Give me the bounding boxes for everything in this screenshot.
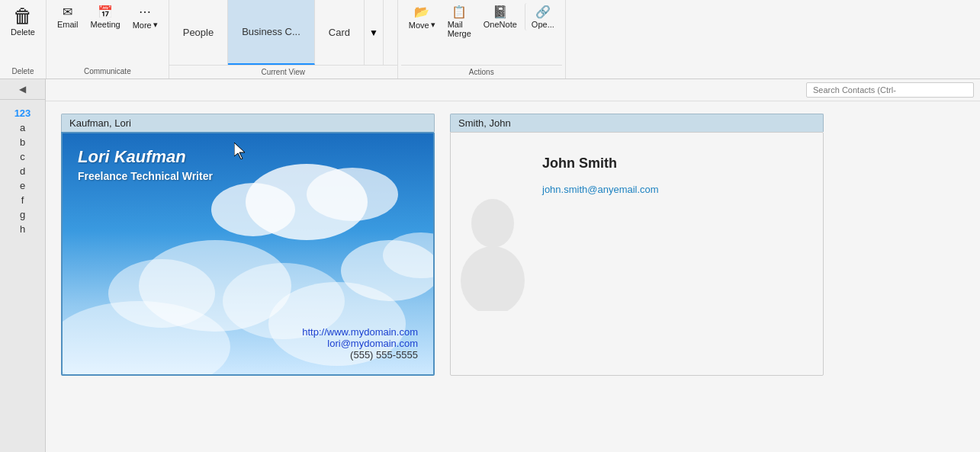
tab-card[interactable]: Card (315, 0, 365, 65)
move-icon: 📂 (414, 5, 429, 19)
communicate-group-label: Communicate (84, 64, 131, 75)
alpha-item-e[interactable]: e (0, 178, 45, 193)
mail-merge-icon: 📋 (451, 5, 467, 19)
move-button[interactable]: 📂 Move ▾ (404, 3, 440, 31)
alpha-item-g[interactable]: g (0, 207, 45, 222)
tab-business-card[interactable]: Business C... (228, 0, 315, 65)
lori-title: Freelance Technical Writer (78, 170, 418, 182)
john-name: John Smith (542, 155, 800, 172)
alpha-item-h[interactable]: h (0, 222, 45, 236)
open-button[interactable]: 🔗 Ope... (525, 3, 559, 30)
contact-card-smith[interactable]: Smith, John John Smith john.smith@anyema… (450, 114, 824, 440)
tab-people[interactable]: People (169, 0, 228, 65)
mail-merge-button[interactable]: 📋 Mail Merge (443, 3, 476, 40)
collapse-button[interactable]: ◀ (0, 79, 45, 100)
onenote-button[interactable]: 📓 OneNote (479, 3, 522, 30)
alpha-item-a[interactable]: a (0, 120, 45, 135)
content-area: Kaufman, Lori (46, 79, 980, 452)
move-dropdown-arrow: ▾ (431, 20, 435, 30)
alpha-item-d[interactable]: d (0, 164, 45, 178)
lori-contact-info: http://www.mydomain.com lori@mydomain.co… (78, 326, 418, 361)
sidebar-left: ◀ 123 a b c d e f g h (0, 79, 46, 452)
email-icon: ✉ (63, 5, 72, 19)
meeting-icon: 📅 (98, 5, 113, 19)
ribbon-actions-group: 📂 Move ▾ 📋 Mail Merge 📓 OneNote 🔗 Ope...… (398, 0, 566, 79)
meeting-button[interactable]: 📅 Meeting (86, 3, 125, 30)
alpha-index: 123 a b c d e f g h (0, 106, 45, 236)
smith-header: Smith, John (450, 114, 824, 132)
alpha-item-b[interactable]: b (0, 135, 45, 149)
view-tab-dropdown-button[interactable]: ▼ (365, 0, 384, 65)
lori-card-content: Lori Kaufman Freelance Technical Writer … (63, 133, 433, 374)
more-icon: ⋯ (139, 5, 151, 19)
email-button[interactable]: ✉ Email (53, 3, 83, 30)
dropdown-arrow-icon: ▼ (369, 27, 378, 38)
top-bar (46, 79, 980, 101)
open-icon: 🔗 (535, 5, 551, 19)
view-tabs: People Business C... Card ▼ (169, 0, 397, 65)
lori-url: http://www.mydomain.com (78, 326, 418, 338)
kaufman-header: Kaufman, Lori (61, 114, 435, 132)
ribbon: 🗑 Delete Delete ✉ Email 📅 Meeting ⋯ More… (0, 0, 980, 79)
john-card-content: John Smith john.smith@anyemail.com (451, 133, 823, 375)
ribbon-current-view-group: People Business C... Card ▼ Current View (169, 0, 398, 79)
contacts-area: Kaufman, Lori (46, 101, 980, 452)
actions-group-label: Actions (401, 65, 562, 79)
john-email: john.smith@anyemail.com (542, 184, 800, 195)
main-area: ◀ 123 a b c d e f g h Kaufman, Lori (0, 79, 980, 452)
alpha-item-f[interactable]: f (0, 193, 45, 207)
ribbon-delete-group: 🗑 Delete Delete (0, 0, 47, 79)
lori-phone: (555) 555-5555 (78, 349, 418, 361)
alpha-item-c[interactable]: c (0, 149, 45, 164)
contact-card-kaufman[interactable]: Kaufman, Lori (61, 114, 435, 440)
current-view-label: Current View (169, 65, 397, 79)
john-card[interactable]: John Smith john.smith@anyemail.com (450, 132, 824, 376)
onenote-icon: 📓 (493, 5, 508, 19)
lori-card[interactable]: Lori Kaufman Freelance Technical Writer … (61, 132, 435, 376)
alpha-item-123[interactable]: 123 (0, 106, 45, 120)
delete-group-label: Delete (12, 64, 34, 75)
lori-name: Lori Kaufman (78, 147, 418, 167)
more-button[interactable]: ⋯ More ▾ (128, 3, 162, 31)
more-dropdown-arrow: ▾ (153, 20, 158, 30)
delete-icon: 🗑 (13, 6, 33, 26)
lori-email: lori@mydomain.com (78, 338, 418, 349)
search-input[interactable] (806, 82, 974, 98)
delete-button[interactable]: 🗑 Delete (6, 3, 40, 40)
ribbon-communicate-group: ✉ Email 📅 Meeting ⋯ More ▾ Communicate (47, 0, 169, 79)
